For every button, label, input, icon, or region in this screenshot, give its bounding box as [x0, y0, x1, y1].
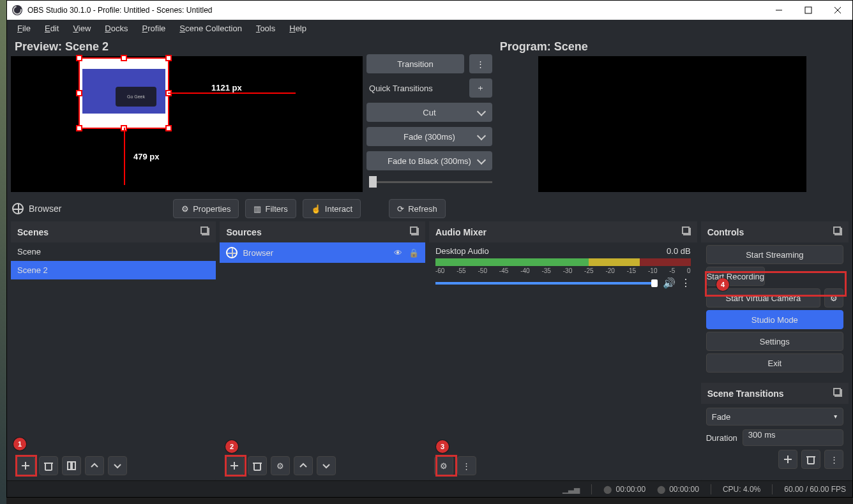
menu-edit[interactable]: Edit: [38, 21, 65, 36]
remove-source-button[interactable]: [248, 456, 267, 475]
duration-input[interactable]: 300 ms: [743, 429, 843, 446]
start-streaming-button[interactable]: Start Streaming: [706, 245, 843, 264]
quick-transition-cut[interactable]: Cut: [366, 103, 492, 122]
svg-rect-9: [72, 462, 75, 470]
preview-thumbnail: [82, 61, 165, 125]
add-source-button[interactable]: [225, 456, 244, 475]
move-source-down-button[interactable]: [317, 456, 336, 475]
transition-slider[interactable]: [366, 175, 492, 188]
move-source-up-button[interactable]: [294, 456, 313, 475]
maximize-button[interactable]: [794, 1, 823, 20]
start-virtual-camera-button[interactable]: Start Virtual Camera: [706, 288, 820, 308]
add-quick-transition-button[interactable]: ＋: [469, 78, 492, 98]
menu-docks[interactable]: Docks: [98, 21, 134, 36]
docks-row: Scenes Scene Scene 2 Sources Browser: [7, 221, 852, 480]
properties-button[interactable]: ⚙Properties: [173, 199, 239, 218]
app-window: OBS Studio 30.1.0 - Profile: Untitled - …: [6, 0, 853, 498]
refresh-button[interactable]: ⟳Refresh: [389, 199, 446, 218]
preview-canvas[interactable]: 1121 px 479 px: [11, 56, 363, 192]
scenes-dock: Scenes Scene Scene 2: [11, 221, 216, 480]
scene-filters-button[interactable]: [62, 456, 81, 475]
close-button[interactable]: [823, 1, 852, 20]
gear-icon: ⚙: [181, 204, 189, 214]
selected-source-name: Browser: [29, 204, 61, 214]
gear-icon: ⚙: [830, 293, 838, 303]
audio-source-level: 0.0 dB: [667, 246, 691, 256]
scenes-list[interactable]: Scene Scene 2: [11, 242, 216, 451]
quick-transition-fade-to-black[interactable]: Fade to Black (300ms): [366, 151, 492, 170]
duration-label: Duration: [706, 433, 737, 443]
svg-rect-1: [805, 7, 811, 13]
menu-file[interactable]: File: [11, 21, 37, 36]
dimension-width-label: 1121 px: [211, 83, 242, 93]
filters-button[interactable]: ▥Filters: [245, 199, 296, 218]
dimension-guide-horizontal: [168, 93, 296, 94]
plus-icon: ＋: [476, 82, 485, 94]
add-transition-button[interactable]: [778, 450, 797, 469]
remove-scene-button[interactable]: [39, 456, 58, 475]
add-scene-button[interactable]: [16, 456, 35, 475]
popout-icon[interactable]: [200, 226, 209, 237]
svg-rect-12: [254, 463, 260, 470]
pointer-icon: ☝: [311, 204, 321, 214]
browser-icon: [226, 247, 238, 258]
scene-item[interactable]: Scene: [11, 242, 216, 261]
virtual-camera-settings-button[interactable]: ⚙: [824, 288, 843, 308]
sources-dock: Sources Browser 👁 🔒 ⚙: [220, 221, 425, 480]
start-recording-button[interactable]: Start Recording: [706, 267, 765, 286]
volume-slider[interactable]: [435, 282, 658, 285]
menu-profile[interactable]: Profile: [135, 21, 172, 36]
status-fps: 60.00 / 60.00 FPS: [784, 485, 846, 494]
source-item[interactable]: Browser 👁 🔒: [220, 242, 425, 263]
menu-help[interactable]: Help: [283, 21, 313, 36]
stream-indicator-icon: ⬤: [657, 485, 665, 494]
audio-menu-button[interactable]: ⋮: [457, 456, 476, 475]
program-canvas[interactable]: [538, 56, 806, 192]
popout-icon[interactable]: [833, 388, 842, 399]
popout-icon[interactable]: [833, 226, 842, 237]
popout-icon[interactable]: [682, 226, 691, 237]
transition-select[interactable]: Fade: [706, 408, 843, 426]
svg-rect-6: [45, 463, 52, 470]
filters-icon: ▥: [253, 204, 261, 214]
annotation-marker-1: 1: [13, 438, 26, 450]
audio-menu-button[interactable]: ⋮: [681, 277, 691, 289]
preview-source-box[interactable]: [80, 59, 168, 128]
lock-icon[interactable]: 🔒: [409, 248, 419, 258]
selected-source-indicator: Browser: [12, 203, 61, 214]
scene-item[interactable]: Scene 2: [11, 261, 216, 279]
remove-transition-button[interactable]: [801, 450, 820, 469]
record-indicator-icon: ⬤: [603, 485, 612, 494]
sources-list[interactable]: Browser 👁 🔒: [220, 242, 425, 451]
transition-menu-button[interactable]: ⋮: [469, 54, 492, 73]
audio-settings-button[interactable]: ⚙: [434, 456, 453, 475]
menu-view[interactable]: View: [66, 21, 97, 36]
move-scene-down-button[interactable]: [108, 456, 127, 475]
menu-scene-collection[interactable]: Scene Collection: [173, 21, 248, 36]
window-title: OBS Studio 30.1.0 - Profile: Untitled - …: [27, 6, 764, 15]
speaker-icon[interactable]: 🔊: [663, 277, 676, 289]
annotation-marker-4: 4: [716, 278, 729, 291]
popout-icon[interactable]: [410, 226, 419, 237]
audio-meter: [435, 258, 691, 266]
minimize-button[interactable]: [764, 1, 794, 20]
source-item-label: Browser: [243, 248, 273, 258]
dimension-guide-vertical: [124, 128, 125, 185]
controls-dock: Controls Start Streaming Start Recording…: [701, 221, 849, 480]
transition-button[interactable]: Transition: [366, 54, 464, 73]
status-time-2: 00:00:00: [669, 485, 699, 494]
refresh-icon: ⟳: [397, 204, 404, 214]
exit-button[interactable]: Exit: [706, 353, 843, 373]
move-scene-up-button[interactable]: [85, 456, 104, 475]
settings-button[interactable]: Settings: [706, 332, 843, 351]
status-time-1: 00:00:00: [615, 485, 645, 494]
quick-transition-fade[interactable]: Fade (300ms): [366, 127, 492, 146]
source-properties-button[interactable]: ⚙: [271, 456, 290, 475]
menu-tools[interactable]: Tools: [250, 21, 282, 36]
interact-button[interactable]: ☝Interact: [303, 199, 361, 218]
titlebar: OBS Studio 30.1.0 - Profile: Untitled - …: [7, 1, 852, 20]
studio-mode-button[interactable]: Studio Mode: [706, 310, 843, 329]
visibility-icon[interactable]: 👁: [394, 248, 402, 258]
transition-properties-button[interactable]: ⋮: [824, 450, 843, 469]
statusbar: ▁▃▅ ⬤00:00:00 ⬤00:00:00 CPU: 4.0% 60.00 …: [7, 480, 852, 497]
